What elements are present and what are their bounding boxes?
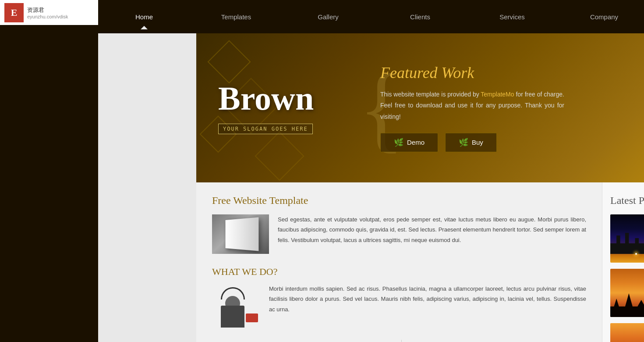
content-area: Free Website Template Sed egestas, ante … xyxy=(196,182,602,342)
project-palm[interactable] xyxy=(610,323,644,342)
project-city[interactable] xyxy=(610,214,644,263)
nav-company[interactable]: Company xyxy=(558,4,644,29)
demo-button[interactable]: 🌿 Demo xyxy=(380,133,438,152)
buy-button[interactable]: 🌿 Buy xyxy=(445,133,497,152)
nav-templates[interactable]: Templates xyxy=(190,4,282,29)
new-services-section: New Services Duis vitae velit sed dui ma… xyxy=(212,340,401,342)
left-sidebar: E 资源君 eyunzhu.com/vdisk xyxy=(0,0,98,342)
contact-section: Contact Info Tel: 010-100-1000 xyxy=(401,340,587,342)
hero-buttons: 🌿 Demo 🌿 Buy xyxy=(380,133,644,152)
new-services-title: New Services xyxy=(212,340,388,342)
buy-leaf-icon: 🌿 xyxy=(459,138,468,147)
bottom-sections: New Services Duis vitae velit sed dui ma… xyxy=(212,340,586,342)
person-body xyxy=(221,306,244,328)
nav-gallery[interactable]: Gallery xyxy=(282,4,374,29)
logo: E 资源君 eyunzhu.com/vdisk xyxy=(0,0,98,25)
featured-title: Featured Work xyxy=(380,64,644,82)
what-text: Morbi interdum mollis sapien. Sed ac ris… xyxy=(269,284,586,328)
project-sunset[interactable] xyxy=(610,269,644,317)
logo-icon: E xyxy=(4,3,24,22)
sidebar-title: Latest Projects xyxy=(610,195,644,207)
hero-slogan: YOUR SLOGAN GOES HERE xyxy=(218,124,313,134)
what-image xyxy=(212,284,260,328)
nav-clients[interactable]: Clients xyxy=(374,4,466,29)
nav-home[interactable]: Home xyxy=(98,4,190,29)
templatemo-link[interactable]: TemplateMo xyxy=(481,91,514,98)
demo-label: Demo xyxy=(407,139,425,146)
hero-title: Brown xyxy=(218,82,341,115)
street-light-1 xyxy=(635,253,637,255)
sunset-trees-silhouette xyxy=(610,291,644,317)
demo-leaf-icon: 🌿 xyxy=(394,138,403,147)
nav-services[interactable]: Services xyxy=(466,4,558,29)
logo-url: eyunzhu.com/vdisk xyxy=(27,14,68,19)
what-we-do-section: WHAT WE DO? Morbi xyxy=(212,266,586,328)
logo-name: 资源君 xyxy=(27,6,68,14)
intro-image xyxy=(212,214,269,254)
desc-before: This website template is provided by xyxy=(380,91,481,98)
what-title: WHAT WE DO? xyxy=(212,266,586,278)
main-area: Free Website Template Sed egestas, ante … xyxy=(196,182,644,342)
hero-left: Brown YOUR SLOGAN GOES HERE xyxy=(196,64,363,152)
hero-banner: { } Brown YOUR SLOGAN GOES HERE Featured… xyxy=(196,33,644,182)
featured-description: This website template is provided by Tem… xyxy=(380,89,564,122)
free-template-section: Free Website Template Sed egestas, ante … xyxy=(212,195,586,254)
id-card xyxy=(246,314,258,322)
logo-text: 资源君 eyunzhu.com/vdisk xyxy=(27,6,68,19)
section-title: Free Website Template xyxy=(212,195,586,207)
contact-title: Contact Info xyxy=(410,340,587,342)
city-silhouette xyxy=(610,228,644,254)
navigation: Home Templates Gallery Clients Services … xyxy=(98,0,644,33)
intro-text: Sed egestas, ante et vulputate volutpat,… xyxy=(278,214,586,254)
intro-block: Sed egestas, ante et vulputate volutpat,… xyxy=(212,214,586,254)
buy-label: Buy xyxy=(472,139,483,146)
book-visual xyxy=(226,217,259,251)
sidebar: Latest Projects xyxy=(602,182,644,342)
hero-right: Featured Work This website template is p… xyxy=(363,50,644,165)
what-block: Morbi interdum mollis sapien. Sed ac ris… xyxy=(212,284,586,328)
